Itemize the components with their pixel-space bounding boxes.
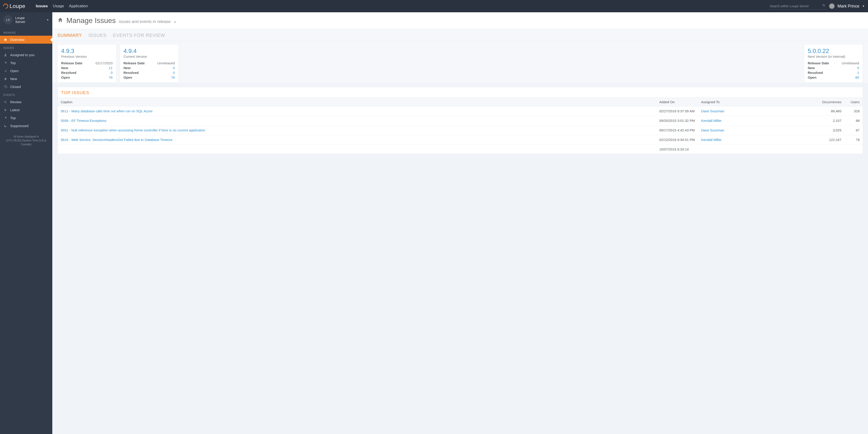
resolved-count-link[interactable]: 0 (111, 71, 113, 74)
col-caption[interactable]: Caption (58, 98, 656, 106)
version-number[interactable]: 5.0.0.22 (808, 48, 859, 55)
app-line2: Server (15, 20, 25, 24)
issues-scroll[interactable]: Caption Added On Assigned To Occurrences… (58, 97, 863, 154)
issue-link[interactable]: 5556 - EF Timeout Exceptions (61, 119, 106, 123)
issue-link[interactable]: 5610 - Web Service .SessionHeadersGet Fa… (61, 138, 173, 142)
table-row[interactable]: 5551 - Null reference exception when acc… (58, 125, 863, 135)
version-number[interactable]: 4.9.3 (61, 48, 113, 55)
version-card-current: 4.9.4 Current Version Release DateUnrele… (120, 44, 179, 83)
global-search (769, 3, 826, 9)
logo-ring-icon (2, 2, 9, 9)
tab-summary[interactable]: SUMMARY (57, 33, 82, 38)
logo[interactable]: Loupe (3, 3, 25, 9)
flame-icon (3, 61, 7, 65)
user-menu[interactable]: Mark Prince (838, 4, 859, 9)
col-occurrences[interactable]: Occurrences (815, 98, 844, 106)
issue-link[interactable]: 5611 - Many database calls time out when… (61, 109, 153, 113)
search-input[interactable] (769, 3, 826, 9)
sidebar-item-label: Closed (10, 85, 21, 89)
sidebar-item-suppressed[interactable]: Suppressed (0, 122, 52, 130)
issues-table: Caption Added On Assigned To Occurrences… (58, 97, 863, 154)
topbar: Loupe Issues Usage Application Mark Prin… (0, 0, 868, 12)
sidebar-item-label: Assigned to you (10, 53, 35, 57)
moon-icon (3, 124, 7, 128)
tab-events[interactable]: EVENTS FOR REVIEW (113, 33, 165, 38)
col-added[interactable]: Added On (656, 98, 698, 106)
home-icon (3, 38, 7, 41)
version-cards: 4.9.3 Previous Version Release Date01/17… (52, 41, 868, 83)
ban-icon (3, 85, 7, 89)
sidebar-item-label: Review (10, 100, 21, 104)
section-events: EVENTS (0, 91, 52, 98)
section-manage: MANAGE (0, 28, 52, 36)
tabs: SUMMARY ISSUES EVENTS FOR REVIEW (52, 29, 868, 41)
nav-usage[interactable]: Usage (53, 4, 64, 8)
nav-application[interactable]: Application (69, 4, 88, 8)
sidebar-item-label: Suppressed (10, 124, 28, 128)
version-label: Next Version (in Internal) (808, 55, 859, 58)
col-users[interactable]: Users (844, 98, 863, 106)
sidebar-item-assigned[interactable]: Assigned to you (0, 51, 52, 59)
open-count-link[interactable]: 76 (171, 75, 175, 79)
chevron-down-icon[interactable]: ▼ (862, 4, 865, 8)
sidebar-item-label: Top (10, 61, 16, 65)
sidebar-item-latest[interactable]: Latest (0, 106, 52, 114)
version-card-previous: 4.9.3 Previous Version Release Date01/17… (57, 44, 117, 83)
app-line1: Loupe (15, 16, 25, 20)
pin-icon (3, 69, 7, 73)
top-nav: Issues Usage Application (36, 4, 88, 8)
flame-icon (3, 116, 7, 120)
tab-issues[interactable]: ISSUES (89, 33, 106, 38)
chevron-down-icon: ▼ (46, 19, 49, 21)
version-number[interactable]: 4.9.4 (123, 48, 175, 55)
resolved-count-link[interactable]: 1 (857, 71, 859, 74)
sidebar-item-label: New (10, 77, 17, 81)
version-label: Previous Version (61, 55, 113, 58)
issue-link[interactable]: 5551 - Null reference exception when acc… (61, 128, 205, 132)
sidebar-item-label: Overview (10, 38, 25, 41)
new-count-link[interactable]: 5 (857, 66, 859, 70)
sidebar: LS Loupe Server ▼ MANAGE Overview ISSUES… (0, 12, 52, 434)
new-count-link[interactable]: 0 (173, 66, 175, 70)
section-issues: ISSUES (0, 44, 52, 51)
page-subtitle[interactable]: issues and events in release (119, 19, 170, 24)
user-icon (3, 53, 7, 57)
search-icon[interactable] (822, 4, 826, 7)
assignee-link[interactable]: Dave Sussman (701, 109, 724, 113)
avatar[interactable] (829, 3, 835, 9)
resolved-count-link[interactable]: 0 (173, 71, 175, 74)
table-row[interactable]: 10/07/2015 6:33:14 (58, 145, 863, 154)
sidebar-item-review[interactable]: Review (0, 98, 52, 106)
sidebar-item-open[interactable]: Open (0, 67, 52, 75)
brand-text: Loupe (9, 3, 25, 9)
sidebar-item-events-top[interactable]: Top (0, 114, 52, 122)
sidebar-item-top[interactable]: Top (0, 59, 52, 67)
sidebar-item-closed[interactable]: Closed (0, 83, 52, 91)
table-row[interactable]: 5610 - Web Service .SessionHeadersGet Fa… (58, 135, 863, 145)
sidebar-item-new[interactable]: New (0, 75, 52, 83)
sidebar-item-overview[interactable]: Overview (0, 36, 52, 44)
star-icon (3, 77, 7, 81)
open-count-link[interactable]: 76 (109, 75, 113, 79)
chevron-down-icon[interactable]: ▼ (174, 21, 176, 23)
version-card-next: 5.0.0.22 Next Version (in Internal) Rele… (804, 44, 863, 83)
nav-issues[interactable]: Issues (36, 4, 48, 8)
page-title: Manage Issues (66, 17, 116, 25)
main: Manage Issues issues and events in relea… (52, 12, 868, 434)
version-label: Current Version (123, 55, 175, 58)
sidebar-item-label: Latest (10, 108, 20, 112)
col-assigned[interactable]: Assigned To (698, 98, 815, 106)
open-count-link[interactable]: 80 (855, 75, 859, 79)
app-selector[interactable]: LS Loupe Server ▼ (0, 12, 52, 28)
new-count-link[interactable]: 11 (109, 66, 113, 70)
assignee-link[interactable]: Kendall Miller (701, 119, 721, 123)
page-header: Manage Issues issues and events in relea… (52, 12, 868, 29)
sidebar-item-label: Top (10, 116, 16, 120)
assignee-link[interactable]: Kendall Miller (701, 138, 721, 142)
home-icon (57, 17, 63, 24)
table-row[interactable]: 5611 - Many database calls time out when… (58, 106, 863, 116)
sidebar-item-label: Open (10, 69, 19, 73)
assignee-link[interactable]: Dave Sussman (701, 128, 724, 132)
table-row[interactable]: 5556 - EF Timeout Exceptions 09/20/2015 … (58, 116, 863, 125)
top-issues-section: TOP ISSUES Caption Added On Assigned To … (57, 87, 863, 154)
